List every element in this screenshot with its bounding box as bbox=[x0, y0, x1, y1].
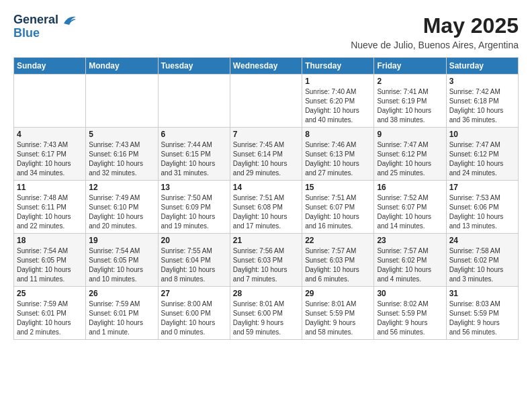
day-number: 2 bbox=[377, 77, 443, 86]
calendar-cell: 19Sunrise: 7:54 AM Sunset: 6:05 PM Dayli… bbox=[86, 234, 158, 287]
day-number: 16 bbox=[377, 183, 443, 192]
day-number: 5 bbox=[89, 130, 154, 139]
day-info: Sunrise: 8:00 AM Sunset: 6:00 PM Dayligh… bbox=[161, 300, 227, 337]
day-info: Sunrise: 7:57 AM Sunset: 6:02 PM Dayligh… bbox=[377, 246, 443, 284]
weekday-header: Sunday bbox=[14, 58, 86, 75]
calendar-cell: 20Sunrise: 7:55 AM Sunset: 6:04 PM Dayli… bbox=[158, 234, 230, 287]
day-number: 15 bbox=[305, 183, 371, 192]
day-info: Sunrise: 7:43 AM Sunset: 6:17 PM Dayligh… bbox=[17, 140, 83, 178]
calendar-week-row: 18Sunrise: 7:54 AM Sunset: 6:05 PM Dayli… bbox=[14, 234, 519, 287]
day-info: Sunrise: 7:45 AM Sunset: 6:14 PM Dayligh… bbox=[233, 140, 299, 178]
day-info: Sunrise: 7:50 AM Sunset: 6:09 PM Dayligh… bbox=[161, 193, 227, 231]
day-number: 11 bbox=[17, 183, 83, 192]
calendar-cell: 5Sunrise: 7:43 AM Sunset: 6:16 PM Daylig… bbox=[86, 128, 158, 181]
day-info: Sunrise: 8:01 AM Sunset: 6:00 PM Dayligh… bbox=[233, 300, 299, 337]
day-info: Sunrise: 7:53 AM Sunset: 6:06 PM Dayligh… bbox=[449, 193, 515, 231]
day-info: Sunrise: 8:02 AM Sunset: 5:59 PM Dayligh… bbox=[377, 300, 443, 337]
day-number: 24 bbox=[449, 236, 515, 245]
day-info: Sunrise: 7:51 AM Sunset: 6:08 PM Dayligh… bbox=[233, 193, 299, 231]
day-info: Sunrise: 7:40 AM Sunset: 6:20 PM Dayligh… bbox=[305, 87, 371, 125]
day-info: Sunrise: 7:48 AM Sunset: 6:11 PM Dayligh… bbox=[17, 193, 83, 231]
calendar-cell: 13Sunrise: 7:50 AM Sunset: 6:09 PM Dayli… bbox=[158, 181, 230, 234]
calendar-cell: 22Sunrise: 7:57 AM Sunset: 6:03 PM Dayli… bbox=[302, 234, 374, 287]
day-info: Sunrise: 7:44 AM Sunset: 6:15 PM Dayligh… bbox=[161, 140, 227, 178]
calendar-cell: 17Sunrise: 7:53 AM Sunset: 6:06 PM Dayli… bbox=[446, 181, 518, 234]
day-number: 4 bbox=[17, 130, 83, 139]
day-info: Sunrise: 7:54 AM Sunset: 6:05 PM Dayligh… bbox=[89, 246, 154, 284]
weekday-header: Tuesday bbox=[158, 58, 230, 75]
day-number: 22 bbox=[305, 236, 371, 245]
calendar-cell: 30Sunrise: 8:02 AM Sunset: 5:59 PM Dayli… bbox=[374, 287, 446, 340]
day-info: Sunrise: 7:55 AM Sunset: 6:04 PM Dayligh… bbox=[161, 246, 227, 284]
calendar: SundayMondayTuesdayWednesdayThursdayFrid… bbox=[13, 57, 519, 340]
calendar-cell: 11Sunrise: 7:48 AM Sunset: 6:11 PM Dayli… bbox=[14, 181, 86, 234]
day-number: 21 bbox=[233, 236, 299, 245]
day-info: Sunrise: 8:01 AM Sunset: 5:59 PM Dayligh… bbox=[305, 300, 371, 337]
calendar-cell bbox=[86, 75, 158, 128]
calendar-cell: 16Sunrise: 7:52 AM Sunset: 6:07 PM Dayli… bbox=[374, 181, 446, 234]
day-info: Sunrise: 7:56 AM Sunset: 6:03 PM Dayligh… bbox=[233, 246, 299, 284]
calendar-cell: 14Sunrise: 7:51 AM Sunset: 6:08 PM Dayli… bbox=[230, 181, 302, 234]
calendar-week-row: 1Sunrise: 7:40 AM Sunset: 6:20 PM Daylig… bbox=[14, 75, 519, 128]
day-number: 28 bbox=[233, 289, 299, 298]
calendar-cell bbox=[158, 75, 230, 128]
day-number: 14 bbox=[233, 183, 299, 192]
calendar-cell: 28Sunrise: 8:01 AM Sunset: 6:00 PM Dayli… bbox=[230, 287, 302, 340]
month-title: May 2025 bbox=[351, 13, 519, 38]
day-number: 31 bbox=[449, 289, 515, 298]
day-info: Sunrise: 7:54 AM Sunset: 6:05 PM Dayligh… bbox=[17, 246, 83, 284]
calendar-cell: 24Sunrise: 7:58 AM Sunset: 6:02 PM Dayli… bbox=[446, 234, 518, 287]
calendar-cell bbox=[14, 75, 86, 128]
weekday-header: Friday bbox=[374, 58, 446, 75]
calendar-week-row: 11Sunrise: 7:48 AM Sunset: 6:11 PM Dayli… bbox=[14, 181, 519, 234]
calendar-cell: 8Sunrise: 7:46 AM Sunset: 6:13 PM Daylig… bbox=[302, 128, 374, 181]
day-number: 27 bbox=[161, 289, 227, 298]
day-number: 1 bbox=[305, 77, 371, 86]
page-header: General Blue May 2025 Nueve de Julio, Bu… bbox=[13, 13, 519, 50]
calendar-cell: 10Sunrise: 7:47 AM Sunset: 6:12 PM Dayli… bbox=[446, 128, 518, 181]
day-number: 25 bbox=[17, 289, 83, 298]
day-number: 13 bbox=[161, 183, 227, 192]
day-info: Sunrise: 7:47 AM Sunset: 6:12 PM Dayligh… bbox=[377, 140, 443, 178]
weekday-header: Monday bbox=[86, 58, 158, 75]
calendar-week-row: 4Sunrise: 7:43 AM Sunset: 6:17 PM Daylig… bbox=[14, 128, 519, 181]
day-info: Sunrise: 7:59 AM Sunset: 6:01 PM Dayligh… bbox=[89, 300, 154, 337]
weekday-header: Saturday bbox=[446, 58, 518, 75]
calendar-cell: 23Sunrise: 7:57 AM Sunset: 6:02 PM Dayli… bbox=[374, 234, 446, 287]
day-number: 18 bbox=[17, 236, 83, 245]
day-number: 17 bbox=[449, 183, 515, 192]
day-info: Sunrise: 7:42 AM Sunset: 6:18 PM Dayligh… bbox=[449, 87, 515, 125]
calendar-cell: 27Sunrise: 8:00 AM Sunset: 6:00 PM Dayli… bbox=[158, 287, 230, 340]
day-number: 9 bbox=[377, 130, 443, 139]
day-number: 8 bbox=[305, 130, 371, 139]
day-info: Sunrise: 8:03 AM Sunset: 5:59 PM Dayligh… bbox=[449, 300, 515, 337]
weekday-header: Thursday bbox=[302, 58, 374, 75]
day-number: 26 bbox=[89, 289, 154, 298]
day-number: 23 bbox=[377, 236, 443, 245]
calendar-cell: 26Sunrise: 7:59 AM Sunset: 6:01 PM Dayli… bbox=[86, 287, 158, 340]
calendar-cell bbox=[230, 75, 302, 128]
calendar-cell: 31Sunrise: 8:03 AM Sunset: 5:59 PM Dayli… bbox=[446, 287, 518, 340]
calendar-cell: 2Sunrise: 7:41 AM Sunset: 6:19 PM Daylig… bbox=[374, 75, 446, 128]
day-number: 6 bbox=[161, 130, 227, 139]
day-info: Sunrise: 7:52 AM Sunset: 6:07 PM Dayligh… bbox=[377, 193, 443, 231]
day-info: Sunrise: 7:59 AM Sunset: 6:01 PM Dayligh… bbox=[17, 300, 83, 337]
day-info: Sunrise: 7:41 AM Sunset: 6:19 PM Dayligh… bbox=[377, 87, 443, 125]
day-number: 20 bbox=[161, 236, 227, 245]
calendar-cell: 1Sunrise: 7:40 AM Sunset: 6:20 PM Daylig… bbox=[302, 75, 374, 128]
calendar-week-row: 25Sunrise: 7:59 AM Sunset: 6:01 PM Dayli… bbox=[14, 287, 519, 340]
day-number: 29 bbox=[305, 289, 371, 298]
day-number: 19 bbox=[89, 236, 154, 245]
day-info: Sunrise: 7:43 AM Sunset: 6:16 PM Dayligh… bbox=[89, 140, 154, 178]
calendar-cell: 15Sunrise: 7:51 AM Sunset: 6:07 PM Dayli… bbox=[302, 181, 374, 234]
day-number: 12 bbox=[89, 183, 154, 192]
day-info: Sunrise: 7:51 AM Sunset: 6:07 PM Dayligh… bbox=[305, 193, 371, 231]
day-info: Sunrise: 7:49 AM Sunset: 6:10 PM Dayligh… bbox=[89, 193, 154, 231]
calendar-cell: 25Sunrise: 7:59 AM Sunset: 6:01 PM Dayli… bbox=[14, 287, 86, 340]
title-section: May 2025 Nueve de Julio, Buenos Aires, A… bbox=[351, 13, 519, 50]
weekday-header-row: SundayMondayTuesdayWednesdayThursdayFrid… bbox=[14, 58, 519, 75]
location: Nueve de Julio, Buenos Aires, Argentina bbox=[351, 40, 519, 50]
calendar-cell: 29Sunrise: 8:01 AM Sunset: 5:59 PM Dayli… bbox=[302, 287, 374, 340]
calendar-cell: 12Sunrise: 7:49 AM Sunset: 6:10 PM Dayli… bbox=[86, 181, 158, 234]
logo-blue: Blue bbox=[13, 27, 77, 40]
